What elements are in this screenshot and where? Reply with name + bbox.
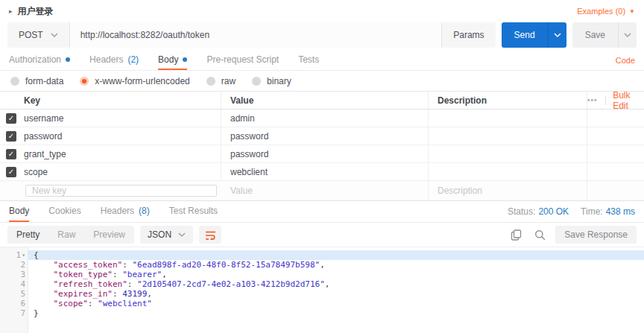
time-label: Time:: [581, 206, 603, 217]
tab-body[interactable]: Body: [158, 50, 187, 70]
examples-dropdown[interactable]: Examples (0) ▼: [577, 7, 635, 16]
response-tab-body[interactable]: Body: [9, 201, 29, 222]
status-label: Status:: [508, 206, 535, 217]
url-input[interactable]: [70, 22, 442, 48]
fold-caret-icon[interactable]: ▾: [22, 250, 25, 260]
param-key-cell[interactable]: scope: [22, 163, 221, 180]
row-actions: [587, 163, 644, 180]
save-button[interactable]: Save: [572, 22, 618, 48]
wrap-text-button[interactable]: [199, 226, 221, 244]
param-description-cell[interactable]: [429, 145, 587, 162]
param-value-cell[interactable]: admin: [221, 110, 429, 127]
blue-dot-icon: [183, 57, 187, 62]
tab-label: Cookies: [48, 206, 80, 216]
request-collapse-toggle[interactable]: ▸ 用户登录: [9, 5, 54, 18]
chevron-down-icon: [51, 33, 58, 37]
row-checkbox[interactable]: ✓: [6, 131, 16, 142]
tab-tests[interactable]: Tests: [298, 50, 319, 70]
blue-dot-icon: [66, 57, 70, 62]
radio-icon: [10, 77, 19, 86]
param-description-cell[interactable]: [429, 110, 587, 127]
tab-label: Headers: [89, 54, 123, 65]
param-value-cell[interactable]: password: [221, 145, 429, 162]
line-number: 1: [16, 250, 22, 260]
description-header: Description: [429, 92, 587, 109]
copy-button[interactable]: [508, 226, 524, 243]
new-value-placeholder: Value: [230, 185, 253, 196]
format-select[interactable]: JSON: [140, 226, 193, 244]
param-description-cell[interactable]: [429, 127, 587, 145]
search-button[interactable]: [531, 226, 548, 243]
header-checkbox-cell: [0, 92, 22, 109]
tab-headers[interactable]: Headers (2): [89, 50, 139, 70]
param-description-cell[interactable]: [429, 163, 587, 180]
param-value-cell[interactable]: webclient: [221, 163, 429, 180]
body-type-form-data[interactable]: form-data: [10, 76, 63, 86]
request-header: ▸ 用户登录 Examples (0) ▼: [0, 0, 644, 22]
body-type-binary[interactable]: binary: [252, 76, 291, 86]
new-row-actions: [587, 181, 644, 200]
tab-label: Headers: [101, 206, 134, 216]
line-number-gutter: 1▾: [0, 250, 28, 260]
row-checkbox[interactable]: ✓: [6, 149, 16, 159]
line-number: 5: [20, 289, 25, 299]
raw-button[interactable]: Raw: [48, 226, 84, 244]
tab-label: Authorization: [9, 54, 61, 65]
body-type-raw[interactable]: raw: [206, 76, 236, 86]
postman-request-view: ▸ 用户登录 Examples (0) ▼ POST Params Send: [0, 0, 644, 333]
param-value-cell[interactable]: password: [221, 127, 429, 145]
new-description-cell[interactable]: Description: [429, 181, 587, 200]
send-options-button[interactable]: [548, 22, 566, 48]
table-row: ✓scopewebclient: [0, 163, 644, 181]
save-response-button[interactable]: Save Response: [555, 226, 637, 244]
line-number: 2: [20, 260, 25, 270]
response-tabs: Body Cookies Headers (8) Test Results St…: [0, 201, 644, 223]
new-key-input[interactable]: [25, 185, 217, 197]
new-description-placeholder: Description: [438, 185, 482, 196]
new-param-row: Value Description: [0, 181, 644, 201]
pretty-button[interactable]: Pretty: [7, 226, 48, 244]
code-line: 6 "scope": "webclient": [0, 299, 644, 308]
chevron-down-icon: ▼: [629, 8, 635, 15]
line-number-gutter: 4: [0, 279, 28, 289]
response-tab-headers[interactable]: Headers (8): [101, 201, 150, 222]
more-options-icon[interactable]: •••: [587, 96, 598, 104]
row-checkbox-cell: ✓: [0, 127, 22, 145]
status-pair: Status: 200 OK: [508, 206, 569, 217]
row-checkbox[interactable]: ✓: [6, 167, 16, 177]
body-type-urlencoded[interactable]: x-www-form-urlencoded: [80, 76, 189, 86]
tab-authorization[interactable]: Authorization: [9, 50, 70, 70]
line-number: 3: [20, 270, 25, 279]
row-checkbox[interactable]: ✓: [6, 113, 16, 124]
params-button[interactable]: Params: [441, 22, 495, 48]
code-link[interactable]: Code: [616, 56, 635, 65]
send-button[interactable]: Send: [502, 22, 548, 48]
tab-label: Pre-request Script: [206, 54, 279, 65]
param-key-cell[interactable]: password: [22, 127, 221, 145]
param-key-cell[interactable]: grant_type: [22, 145, 221, 162]
response-tab-test-results[interactable]: Test Results: [169, 201, 218, 222]
code-line: 3 "token_type": "bearer",: [0, 270, 644, 279]
format-label: JSON: [148, 229, 171, 240]
tab-pre-request-script[interactable]: Pre-request Script: [206, 50, 279, 70]
preview-button[interactable]: Preview: [84, 226, 134, 244]
method-select[interactable]: POST: [7, 22, 69, 48]
save-options-button[interactable]: [618, 22, 637, 48]
row-checkbox-cell: ✓: [0, 163, 22, 180]
line-number: 7: [20, 308, 25, 318]
radio-label: x-www-form-urlencoded: [95, 76, 189, 86]
method-label: POST: [19, 30, 43, 40]
response-body-viewer[interactable]: 1▾{2 "access_token": "6ead898f-ad20-48f0…: [0, 247, 644, 333]
chevron-down-icon: [624, 33, 631, 37]
radio-icon: [206, 77, 215, 86]
param-key-cell[interactable]: username: [22, 110, 221, 127]
radio-label: raw: [221, 76, 236, 86]
time-pair: Time: 438 ms: [581, 206, 635, 217]
line-number-gutter: 7: [0, 308, 28, 318]
response-tab-cookies[interactable]: Cookies: [48, 201, 80, 222]
new-value-cell[interactable]: Value: [221, 181, 429, 200]
radio-label: form-data: [25, 76, 63, 86]
bulk-edit-link[interactable]: Bulk Edit: [613, 90, 637, 111]
urlencoded-table: Key Value Description ••• Bulk Edit ✓use…: [0, 91, 644, 201]
chevron-down-icon: [178, 232, 186, 237]
